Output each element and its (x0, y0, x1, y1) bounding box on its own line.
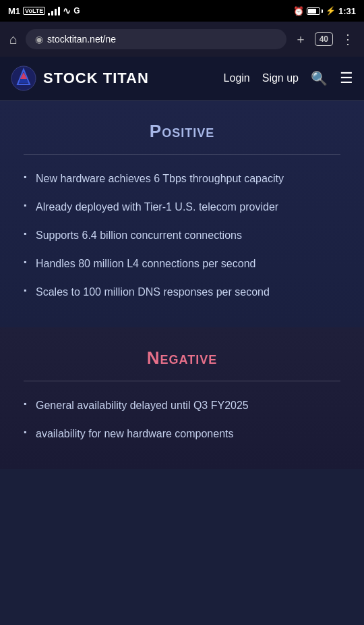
status-bar: M1 VoLTE ∿ G ⏰ ⚡ 1:31 (0, 0, 364, 22)
url-text: stocktitan.net/ne (47, 34, 116, 45)
battery-fill (308, 9, 316, 13)
new-tab-button[interactable]: ＋ (292, 28, 309, 50)
positive-title: Positive (24, 121, 340, 142)
nav-links: Login Sign up 🔍 ☰ (224, 70, 353, 87)
menu-icon[interactable]: ☰ (340, 70, 353, 87)
negative-section: Negative General availability delayed un… (0, 327, 364, 469)
status-right: ⏰ ⚡ 1:31 (293, 6, 356, 16)
signup-link[interactable]: Sign up (262, 72, 299, 84)
list-item: General availability delayed until Q3 FY… (24, 398, 340, 414)
tab-count-badge[interactable]: 40 (315, 32, 333, 46)
charge-icon: ⚡ (326, 6, 336, 16)
volte-badge: VoLTE (23, 7, 45, 15)
search-icon[interactable]: 🔍 (311, 70, 328, 86)
url-bar[interactable]: ◉ stocktitan.net/ne (26, 29, 286, 49)
battery-body (307, 7, 320, 15)
negative-bullet-list: General availability delayed until Q3 FY… (24, 398, 340, 442)
time-display: 1:31 (338, 6, 356, 16)
login-link[interactable]: Login (224, 72, 250, 84)
nav-logo: STOCK TITAN (11, 65, 149, 91)
carrier-label: M1 (8, 6, 20, 16)
url-security-icon: ◉ (35, 34, 43, 45)
logo-text: STOCK TITAN (43, 70, 149, 87)
list-item: availability for new hardware components (24, 426, 340, 442)
nav-header: STOCK TITAN Login Sign up 🔍 ☰ (0, 57, 364, 101)
signal-bars-icon (48, 6, 60, 16)
list-item: Handles 80 million L4 connections per se… (24, 256, 340, 272)
list-item: Already deployed with Tier-1 U.S. teleco… (24, 199, 340, 215)
g-icon: G (73, 6, 80, 16)
positive-divider (24, 154, 340, 155)
list-item: New hardware achieves 6 Tbps throughput … (24, 171, 340, 187)
logo-icon (11, 65, 36, 91)
battery-tip (322, 9, 323, 13)
content-area: Positive New hardware achieves 6 Tbps th… (0, 101, 364, 469)
more-button[interactable]: ⋮ (338, 28, 357, 50)
browser-actions: ＋ 40 ⋮ (292, 28, 357, 50)
positive-section: Positive New hardware achieves 6 Tbps th… (0, 101, 364, 327)
home-button[interactable]: ⌂ (7, 29, 20, 50)
wifi-icon: ∿ (63, 5, 71, 16)
negative-divider (24, 381, 340, 381)
positive-bullet-list: New hardware achieves 6 Tbps throughput … (24, 171, 340, 300)
status-left: M1 VoLTE ∿ G (8, 5, 80, 16)
browser-bar: ⌂ ◉ stocktitan.net/ne ＋ 40 ⋮ (0, 22, 364, 57)
negative-title: Negative (24, 348, 340, 369)
list-item: Supports 6.4 billion concurrent connecti… (24, 227, 340, 244)
list-item: Scales to 100 million DNS responses per … (24, 284, 340, 300)
alarm-icon: ⏰ (293, 6, 304, 16)
battery-icon (307, 7, 323, 15)
